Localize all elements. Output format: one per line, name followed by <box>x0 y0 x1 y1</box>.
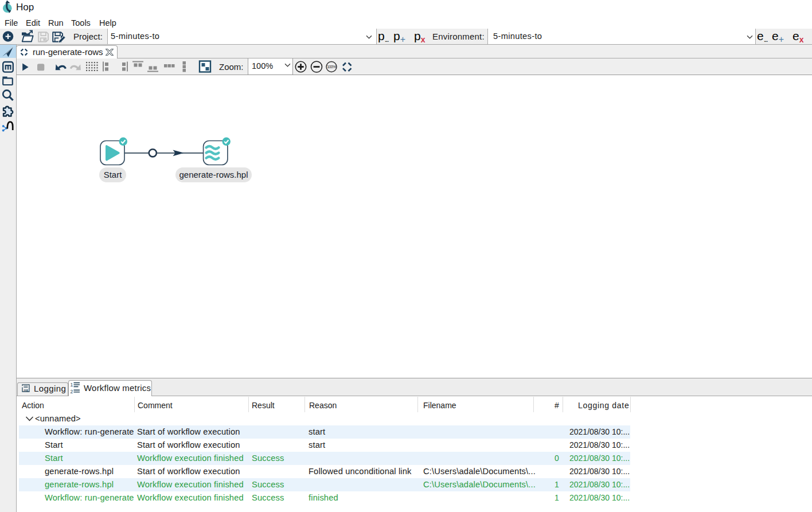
svg-text:100%: 100% <box>327 65 336 69</box>
svg-text:og: og <box>24 388 28 392</box>
svg-text:1: 1 <box>71 382 73 388</box>
svg-text:2: 2 <box>71 389 73 394</box>
